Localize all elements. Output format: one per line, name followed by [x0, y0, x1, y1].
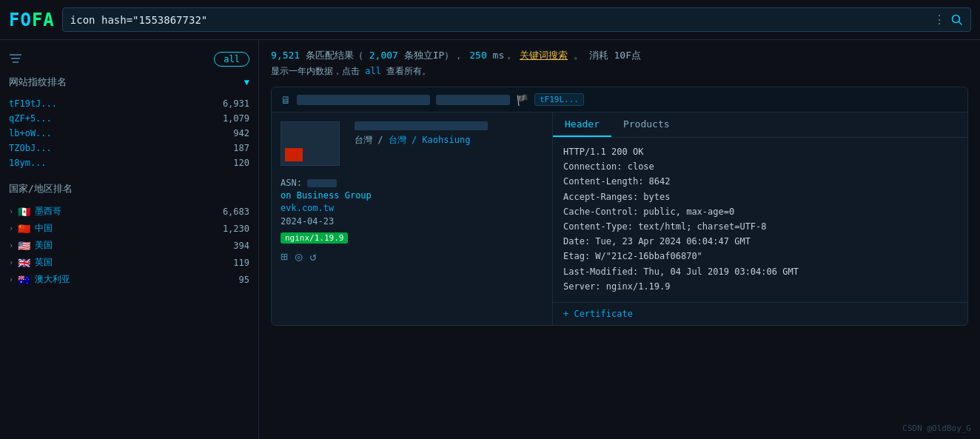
circle-icon[interactable]: ◎: [295, 249, 303, 264]
search-bar: ⋮: [62, 7, 971, 32]
funnel-icon[interactable]: ▼: [244, 77, 249, 87]
watermark: CSDN @OldBoy_G: [902, 423, 971, 433]
country-name: 墨西哥: [35, 205, 61, 218]
filter-icon[interactable]: [9, 53, 22, 67]
keyword-search-link[interactable]: 关键词搜索: [520, 50, 568, 61]
country-count: 119: [233, 258, 249, 268]
card-right: Header Products HTTP/1.1 200 OKConnectio…: [553, 113, 967, 325]
country-item[interactable]: ›🇨🇳中国1,230: [9, 220, 249, 237]
fingerprint-label: tF19tJ...: [9, 98, 57, 109]
org-name: on Business Group: [281, 190, 372, 201]
search-input[interactable]: [70, 14, 927, 26]
fingerprint-item[interactable]: tF19tJ...6,931: [9, 96, 249, 111]
site-thumbnail: [281, 121, 340, 166]
country-item[interactable]: ›🇲🇽墨西哥6,683: [9, 203, 249, 220]
cost-text: 消耗 10F点: [589, 50, 641, 61]
header-line: Cache-Control: public, max-age=0: [563, 205, 957, 219]
country-name: 英国: [35, 256, 53, 269]
chevron-icon: ›: [9, 275, 13, 284]
location-text: 台灣 / 台灣 / Kaohsiung: [355, 134, 543, 147]
country-count: 394: [233, 241, 249, 251]
country-name: 中国: [35, 222, 53, 235]
country-item[interactable]: ›🇺🇸美国394: [9, 237, 249, 254]
all-badge[interactable]: all: [214, 52, 249, 67]
chevron-icon: ›: [9, 224, 13, 232]
logo: FOFA: [9, 10, 55, 30]
fingerprint-item[interactable]: 18ym...120: [9, 155, 249, 170]
fingerprint-count: 942: [233, 128, 249, 138]
blurred-location-bar: [355, 121, 488, 130]
header-line: Connection: close: [563, 160, 957, 174]
header-line: Date: Tue, 23 Apr 2024 06:04:47 GMT: [563, 235, 957, 249]
country-count: 1,230: [223, 224, 249, 234]
country-flag: 🇨🇳: [18, 223, 30, 235]
country-item[interactable]: ›🇬🇧英国119: [9, 254, 249, 271]
search-icons: ⋮: [933, 13, 963, 27]
logo-fa: FA: [32, 10, 55, 30]
filter-row: all: [9, 52, 249, 67]
card-date: 2024-04-23: [281, 216, 543, 227]
fingerprint-item[interactable]: TZObJ...187: [9, 141, 249, 155]
asn-row: ASN:: [281, 178, 543, 188]
fingerprint-label: qZF+5...: [9, 113, 52, 124]
card-body: 台灣 / 台灣 / Kaohsiung ASN: on Business Gro…: [272, 113, 967, 325]
country-name: 澳大利亚: [35, 273, 70, 286]
country-flag: 🇺🇸: [18, 240, 30, 252]
tag-badge[interactable]: tF19L...: [534, 93, 584, 106]
card-url[interactable]: evk.com.tw: [281, 203, 543, 213]
header-line: Accept-Ranges: bytes: [563, 190, 957, 204]
svg-line-1: [959, 21, 962, 24]
blurred-url-2: [436, 95, 510, 105]
monitor-icon: 🖥: [281, 94, 291, 106]
country-list: ›🇲🇽墨西哥6,683›🇨🇳中国1,230›🇺🇸美国394›🇬🇧英国119›🇦🇺…: [9, 203, 249, 288]
header-content: HTTP/1.1 200 OKConnection: closeContent-…: [553, 138, 967, 302]
certificate-row[interactable]: + Certificate: [553, 302, 967, 325]
logo-fo: FO: [9, 10, 32, 30]
country-flag: 🇦🇺: [18, 274, 30, 286]
result-card: 🖥 🏴 tF19L...: [271, 87, 968, 326]
country-flag: 🇬🇧: [18, 257, 30, 269]
header-line: Etag: W/"21c2-16bbaf06870": [563, 249, 957, 264]
fingerprint-list: tF19tJ...6,931qZF+5...1,079lb+oW...942TZ…: [9, 96, 249, 170]
more-options-icon[interactable]: ⋮: [933, 13, 945, 27]
fingerprint-count: 6,931: [223, 98, 249, 109]
card-actions: ⊞ ◎ ↺: [281, 249, 543, 264]
fingerprint-item[interactable]: qZF+5...1,079: [9, 111, 249, 126]
country-item[interactable]: ›🇦🇺澳大利亚95: [9, 271, 249, 288]
tab-products[interactable]: Products: [611, 113, 682, 137]
stats-note: 显示一年内数据，点击 all 查看所有。: [271, 65, 968, 78]
main-layout: all 网站指纹排名 ▼ tF19tJ...6,931qZF+5...1,079…: [0, 40, 980, 439]
content-area: 9,521 条匹配结果（ 2,007 条独立IP）， 250 ms， 关键词搜索…: [259, 40, 980, 439]
fingerprint-count: 187: [233, 143, 249, 153]
country-count: 95: [239, 275, 249, 285]
stats-bar: 9,521 条匹配结果（ 2,007 条独立IP）， 250 ms， 关键词搜索…: [271, 49, 968, 62]
header-line: Last-Modified: Thu, 04 Jul 2019 03:04:06…: [563, 265, 957, 279]
chevron-icon: ›: [9, 241, 13, 249]
card-left: 台灣 / 台灣 / Kaohsiung ASN: on Business Gro…: [272, 113, 553, 325]
country-name: 美国: [35, 239, 53, 252]
search-icon[interactable]: [951, 14, 963, 26]
fingerprint-count: 1,079: [223, 113, 249, 124]
fingerprint-label: 18ym...: [9, 158, 47, 168]
refresh-icon[interactable]: ↺: [309, 249, 317, 264]
org-row: on Business Group: [281, 190, 543, 201]
city-link[interactable]: 台灣 / Kaohsiung: [389, 135, 471, 145]
grid-icon[interactable]: ⊞: [281, 249, 288, 264]
time-ms: 250: [469, 50, 486, 61]
flag-icon: 🏴: [516, 94, 528, 106]
nginx-badge: nginx/1.19.9: [281, 232, 348, 244]
header-line: Server: nginx/1.19.9: [563, 280, 957, 294]
tab-header[interactable]: Header: [553, 113, 611, 137]
blurred-url-1: [297, 95, 430, 105]
country-count: 6,683: [223, 207, 249, 217]
total-count: 9,521: [271, 50, 300, 61]
fingerprint-item[interactable]: lb+oW...942: [9, 126, 249, 141]
card-header-row: 🖥 🏴 tF19L...: [272, 87, 967, 113]
asn-blurred: [307, 179, 337, 187]
country-section-title: 国家/地区排名: [9, 182, 249, 195]
stats-all-link[interactable]: all: [365, 66, 381, 76]
unique-ip-count: 2,007: [369, 50, 398, 61]
topbar: FOFA ⋮: [0, 0, 980, 40]
svg-point-0: [953, 15, 960, 22]
country-flag: 🇲🇽: [18, 206, 30, 218]
